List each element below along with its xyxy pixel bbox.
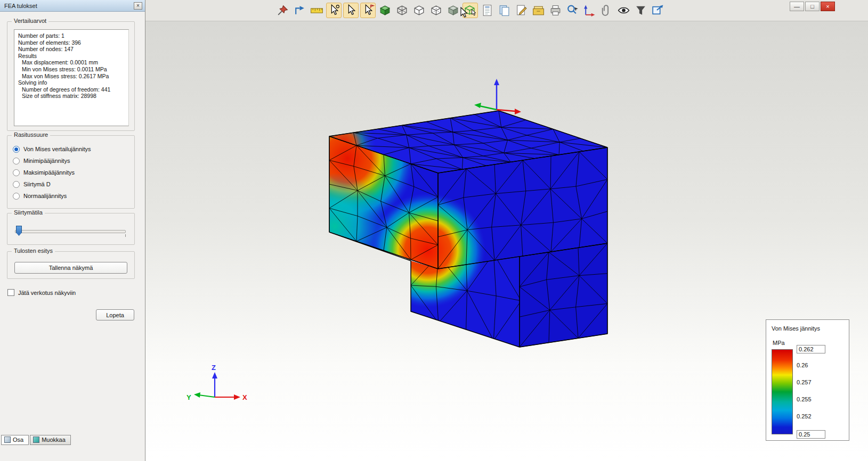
- stat-line: Number of elements: 396: [18, 39, 127, 46]
- tab-icon: [4, 437, 11, 443]
- fea-model[interactable]: Z X Y: [145, 21, 868, 461]
- hidden-line-view-icon: [412, 4, 426, 17]
- radio-icon[interactable]: [13, 193, 20, 200]
- zoom-select-icon: [566, 4, 579, 17]
- panel-tabs: OsaMuokkaa: [1, 435, 71, 445]
- tab-muokkaa[interactable]: Muokkaa: [30, 435, 71, 445]
- tab-label: Osa: [13, 437, 23, 443]
- attach-icon: [600, 4, 613, 17]
- tool-hidden-line-view-button[interactable]: [411, 3, 427, 18]
- stress-option-3[interactable]: Siirtymä D: [7, 178, 134, 190]
- stress-option-4[interactable]: Normaalijännitys: [7, 190, 134, 202]
- panel-title-bar: FEA tulokset ×: [0, 0, 145, 12]
- stat-line: Max displacement: 0.0001 mm: [18, 59, 127, 66]
- main-toolbar: [145, 0, 868, 21]
- output-groupbox: Tulosten esitys Tallenna näkymä: [7, 251, 135, 279]
- stress-options: Von Mises vertailujännitysMinimipääjänni…: [7, 143, 134, 202]
- mesh-visibility-row[interactable]: Jätä verkotus näkyviin: [7, 289, 76, 296]
- stress-groupbox: Rasitussuure Von Mises vertailujännitysM…: [7, 135, 135, 209]
- tool-new-window-button[interactable]: [650, 3, 666, 18]
- tool-select-button[interactable]: [343, 3, 359, 18]
- displacement-slider-track[interactable]: [15, 230, 126, 233]
- shaded-view-icon: [378, 4, 392, 17]
- wireframe-view-icon: [395, 4, 409, 17]
- slider-tick: [125, 234, 126, 237]
- tab-label: Muokkaa: [42, 437, 66, 443]
- tool-shaded-view-button[interactable]: [377, 3, 393, 18]
- displacement-groupbox: Siirtymätila: [7, 213, 135, 245]
- pin-icon: [276, 4, 289, 17]
- window-minimize-button[interactable]: —: [790, 2, 804, 11]
- snap-tangent-icon: [361, 4, 375, 17]
- stress-option-1[interactable]: Minimipääjännitys: [7, 155, 134, 167]
- tool-filter-button[interactable]: [633, 3, 648, 18]
- tab-osa[interactable]: Osa: [1, 435, 29, 445]
- stat-line: Max von Mises stress: 0.2617 MPa: [18, 73, 127, 80]
- tool-snap-tangent-button[interactable]: [360, 3, 376, 18]
- axis-label-x: X: [242, 393, 247, 401]
- stat-line: Number of nodes: 147: [18, 46, 127, 53]
- stat-line: Results: [18, 53, 127, 60]
- panel-close-button[interactable]: ×: [134, 2, 142, 10]
- radio-icon[interactable]: [13, 169, 20, 176]
- tool-wireframe-view-button[interactable]: [394, 3, 410, 18]
- stat-line: Size of stiffness matrix: 28998: [18, 93, 127, 100]
- results-text-area[interactable]: Number of parts: 1Number of elements: 39…: [14, 29, 129, 126]
- legend-values: 0.2620.260.2570.2550.2520.25: [797, 349, 834, 434]
- window-controls: — □ ×: [790, 2, 835, 11]
- stress-option-2[interactable]: Maksimipääjännitys: [7, 167, 134, 178]
- radio-label: Minimipääjännitys: [23, 158, 70, 164]
- window-maximize-button[interactable]: □: [805, 2, 820, 11]
- viewport[interactable]: Z X Y: [145, 21, 868, 461]
- radio-icon[interactable]: [13, 181, 20, 188]
- tool-pin-button[interactable]: [275, 3, 290, 18]
- select-icon: [344, 4, 358, 17]
- radio-label: Normaalijännitys: [23, 193, 67, 199]
- tool-visibility-button[interactable]: [616, 3, 631, 18]
- results-groupbox: Vertailuarvot Number of parts: 1Number o…: [7, 21, 135, 131]
- tool-sketch-button[interactable]: [514, 3, 529, 18]
- axis-label-y: Y: [186, 393, 191, 401]
- tool-attach-button[interactable]: [599, 3, 614, 18]
- displacement-slider-thumb[interactable]: [16, 226, 22, 236]
- tool-dashed-hidden-view-button[interactable]: [428, 3, 444, 18]
- tab-icon: [33, 437, 39, 443]
- tool-coordinate-axes-button[interactable]: [582, 3, 597, 18]
- tool-report-button[interactable]: [480, 3, 495, 18]
- legend-value[interactable]: 0.262: [797, 345, 825, 353]
- radio-icon[interactable]: [13, 146, 20, 153]
- displacement-group-label: Siirtymätila: [12, 209, 45, 216]
- tool-copy-button[interactable]: [497, 3, 512, 18]
- radio-icon[interactable]: [13, 158, 20, 164]
- tool-measure-button[interactable]: [309, 3, 325, 18]
- report-icon: [481, 4, 494, 17]
- measure-icon: [310, 4, 323, 17]
- sketch-icon: [515, 4, 528, 17]
- tool-snap-point-button[interactable]: [326, 3, 342, 18]
- fea-results-panel: FEA tulokset × Vertailuarvot Number of p…: [0, 0, 145, 461]
- stat-line: Number of degrees of freedom: 441: [18, 86, 127, 93]
- quit-button[interactable]: Lopeta: [96, 309, 134, 320]
- visibility-icon: [617, 4, 630, 17]
- legend-title: Von Mises jännitys: [772, 325, 820, 332]
- archive-icon: [532, 4, 545, 17]
- pan-icon: [293, 4, 306, 17]
- output-group-label: Tulosten esitys: [12, 248, 55, 254]
- copy-icon: [498, 4, 511, 17]
- stress-option-0[interactable]: Von Mises vertailujännitys: [7, 143, 134, 155]
- legend-value[interactable]: 0.25: [797, 430, 825, 439]
- tool-rendered-view-button[interactable]: [445, 3, 461, 18]
- tool-zoom-select-button[interactable]: [565, 3, 580, 18]
- radio-label: Von Mises vertailujännitys: [23, 146, 91, 152]
- legend-unit: MPa: [773, 340, 785, 346]
- rendered-view-icon: [447, 4, 460, 17]
- mesh-visibility-checkbox[interactable]: [7, 289, 14, 296]
- tool-archive-button[interactable]: [531, 3, 546, 18]
- tool-pan-button[interactable]: [292, 3, 307, 18]
- window-close-button[interactable]: ×: [821, 2, 835, 11]
- radio-label: Maksimipääjännitys: [23, 169, 75, 176]
- tool-print-button[interactable]: [548, 3, 563, 18]
- mouse-cursor: [460, 7, 471, 19]
- save-view-button[interactable]: Tallenna näkymä: [14, 262, 127, 274]
- snap-point-icon: [327, 4, 340, 17]
